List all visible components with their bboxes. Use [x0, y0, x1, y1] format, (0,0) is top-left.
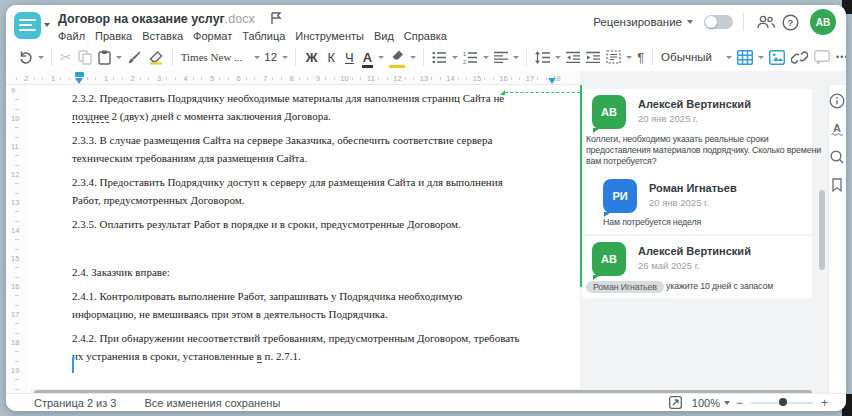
statusbar: Страница 2 из 3 Все изменения сохранены … [6, 393, 846, 411]
undo-caret-icon[interactable] [38, 56, 44, 59]
font-name-select[interactable]: Times New ... [179, 46, 251, 68]
menu-вставка[interactable]: Вставка [142, 30, 183, 42]
clear-format-button[interactable] [146, 46, 166, 68]
zoom-slider[interactable] [751, 402, 813, 404]
paragraph-settings-caret-icon[interactable] [626, 56, 632, 59]
ruler-number: 11 [11, 142, 19, 151]
collaboration-users-icon[interactable] [754, 10, 778, 34]
increase-indent-button[interactable] [584, 46, 602, 68]
paragraph[interactable]: 2.3.2. Предоставить Подрядчику необходим… [72, 89, 574, 125]
editor-area: 91011121314151617181920 2.3.2. Предостав… [6, 85, 846, 393]
paste-button[interactable] [96, 46, 113, 68]
info-icon[interactable] [827, 92, 846, 110]
app-logo-icon[interactable] [14, 12, 41, 39]
paragraph-style-caret-icon[interactable] [726, 56, 732, 59]
menu-файл[interactable]: Файл [58, 30, 85, 42]
insert-comment-button[interactable] [812, 46, 832, 68]
paragraph[interactable]: 2.4.2. При обнаружении несоответствий тр… [72, 329, 574, 365]
user-avatar[interactable]: АВ [810, 9, 836, 35]
toolbar-more-button[interactable]: ••• [834, 46, 846, 68]
zoom-slider-handle[interactable] [779, 398, 787, 406]
paragraph[interactable] [72, 239, 574, 257]
fit-page-icon[interactable] [668, 395, 684, 411]
line-spacing-button[interactable] [533, 46, 552, 68]
zoom-value[interactable]: 100% [692, 397, 720, 409]
page-indicator[interactable]: Страница 2 из 3 [34, 397, 116, 409]
comment-date: 26 май 2025 г. [638, 260, 751, 271]
ruler-number: 14 [446, 74, 454, 83]
paragraph[interactable]: 2.3.5. Оплатить результат Работ в порядк… [72, 215, 574, 233]
ruler-number: 18 [552, 74, 560, 83]
numbered-list-caret-icon[interactable] [483, 56, 489, 59]
zoom-in-button[interactable]: + [815, 396, 834, 410]
show-formatting-button[interactable]: ¶ [635, 46, 646, 68]
vertical-scrollbar[interactable] [818, 85, 826, 393]
paragraph[interactable]: 2.4. Заказчик вправе: [72, 263, 574, 281]
menu-инструменты[interactable]: Инструменты [295, 30, 364, 42]
insert-image-button[interactable] [767, 46, 787, 68]
font-name-caret-icon[interactable] [254, 56, 260, 59]
menu-справка[interactable]: Справка [404, 30, 447, 42]
menu-вид[interactable]: Вид [374, 30, 394, 42]
format-painter-button[interactable] [125, 46, 144, 68]
cut-button[interactable]: ✂ [58, 46, 74, 68]
document-page[interactable]: 2.3.2. Предоставить Подрядчику необходим… [28, 85, 580, 393]
comment-date: 20 янв 2025 г. [638, 113, 751, 124]
paragraph[interactable]: 2.3.3. В случае размещения Сайта на серв… [72, 131, 574, 167]
copy-button[interactable] [76, 46, 94, 68]
bullet-list-button[interactable] [430, 46, 449, 68]
font-color-button[interactable]: A [360, 46, 375, 68]
bullet-list-caret-icon[interactable] [452, 56, 458, 59]
flag-icon[interactable] [269, 12, 283, 26]
search-icon[interactable] [827, 148, 846, 166]
highlight-button[interactable] [387, 46, 407, 68]
numbered-list-button[interactable]: 12 [461, 46, 480, 68]
review-caret-icon[interactable] [687, 20, 693, 24]
first-line-indent-marker[interactable] [75, 72, 84, 77]
insert-link-button[interactable] [789, 46, 810, 68]
vertical-scrollbar-thumb[interactable] [819, 190, 825, 270]
help-icon[interactable]: ? [778, 10, 802, 34]
spellcheck-icon[interactable]: А [827, 120, 846, 138]
underline-button[interactable]: Ч [341, 46, 358, 68]
paragraph-style-select[interactable]: Обычный [659, 46, 723, 68]
undo-button[interactable] [16, 46, 35, 68]
menu-формат[interactable]: Формат [193, 30, 232, 42]
review-mode-label[interactable]: Рецензирование [593, 16, 682, 28]
menu-правка[interactable]: Правка [95, 30, 132, 42]
line-spacing-caret-icon[interactable] [555, 56, 561, 59]
insert-table-caret-icon[interactable] [758, 56, 764, 59]
align-button[interactable] [492, 46, 510, 68]
paragraph-settings-button[interactable] [604, 46, 623, 68]
paragraph[interactable]: 2.4.1. Контролировать выполнение Работ, … [72, 287, 574, 323]
zoom-out-button[interactable]: − [730, 396, 749, 410]
bold-button[interactable]: Ж [302, 46, 322, 68]
paste-caret-icon[interactable] [116, 56, 122, 59]
insert-table-button[interactable] [735, 46, 755, 68]
vertical-ruler[interactable]: 91011121314151617181920 [6, 85, 28, 393]
align-caret-icon[interactable] [513, 56, 519, 59]
app-menu-caret-icon[interactable] [44, 23, 50, 27]
comment-card[interactable]: АВ Алексей Вертинский 26 май 2025 г. Ром… [582, 236, 812, 298]
font-color-caret-icon[interactable] [378, 56, 384, 59]
document-text[interactable]: 2.3.2. Предоставить Подрядчику необходим… [72, 85, 574, 371]
menu-таблица[interactable]: Таблица [242, 30, 285, 42]
bookmark-icon[interactable] [827, 176, 846, 194]
ruler-number: 3 [157, 74, 161, 83]
highlight-caret-icon[interactable] [410, 56, 416, 59]
font-size-select[interactable]: 12 [263, 46, 279, 68]
italic-button[interactable]: К [323, 46, 339, 68]
comment-reply[interactable]: РИ Роман Игнатьев 20 янв 2025 г. Нам пот… [603, 179, 804, 228]
toolbar: ✂ Times New ... 12 Ж К Ч A [6, 43, 846, 71]
font-size-caret-icon[interactable] [282, 56, 288, 59]
ruler-number: 10 [11, 114, 19, 123]
ruler-number: 1 [104, 74, 108, 83]
ruler-number: 5 [210, 74, 214, 83]
paragraph[interactable]: 2.3.4. Предоставить Подрядчику доступ к … [72, 173, 574, 209]
left-indent-marker[interactable] [75, 78, 83, 84]
decrease-indent-button[interactable] [564, 46, 582, 68]
horizontal-ruler[interactable]: 21123456789101112131415161718 [6, 71, 846, 85]
review-toggle[interactable] [704, 15, 733, 29]
comment-card[interactable]: АВ Алексей Вертинский 20 янв 2025 г. Кол… [582, 89, 812, 234]
mention-chip[interactable]: Роман Игнатьев [586, 281, 664, 293]
